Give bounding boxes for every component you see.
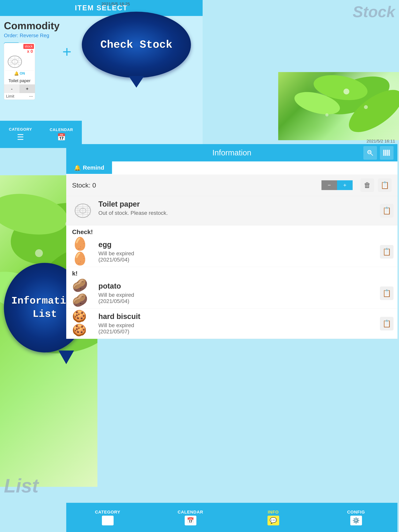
potato-action-button[interactable]: 📋 — [380, 286, 393, 300]
nav-calendar-label-top: CALENDAR — [50, 127, 73, 132]
leaves-svg — [278, 72, 399, 140]
info-item-biscuit: 🍪🍪 hard biscuit Will be expired (2021/05… — [66, 309, 398, 339]
alarm-label: 🔔 ON — [5, 70, 34, 76]
potato-status: Will be expired (2021/05/04) — [98, 292, 392, 304]
bell-icon: 🔔 — [74, 165, 81, 171]
nav-config[interactable]: CONFIG ⚙️ — [315, 503, 398, 532]
nav-category-label-info: CATEGORY — [95, 510, 120, 515]
egg-content: egg Will be expired (2021/05/04) — [98, 241, 392, 263]
info-header-title: Information — [212, 148, 251, 157]
toilet-paper-item-icon — [72, 200, 94, 222]
check-section-label: Check! — [66, 226, 398, 237]
nav-category-label-top: CATEGORY — [9, 127, 32, 132]
timestamp-top: 2021/5/5 18:25 — [101, 1, 130, 7]
svg-rect-36 — [389, 150, 390, 156]
toilet-paper-action-button[interactable]: 📋 — [380, 204, 393, 217]
stock-minus-button[interactable]: − — [322, 180, 337, 190]
svg-point-17 — [325, 113, 328, 116]
stock-plus-button[interactable]: + — [337, 180, 353, 190]
item-quantity-controls: - + — [4, 84, 35, 93]
stock-count-label: Stock: 0 — [72, 182, 322, 189]
limit-row: Limit --- — [4, 93, 35, 100]
biscuit-action-button[interactable]: 📋 — [380, 317, 393, 330]
egg-action-button[interactable]: 📋 — [380, 245, 393, 259]
biscuit-content: hard biscuit Will be expired (2021/05/07… — [98, 312, 392, 335]
toilet-paper-status: Out of stock. Please restock. — [98, 210, 392, 216]
item-name-label: Toilet paper — [4, 77, 35, 84]
stock-stepper: − + — [322, 180, 353, 190]
add-item-button[interactable]: + — [62, 43, 71, 61]
nav-calendar-info[interactable]: CALENDAR 📅 — [149, 503, 232, 532]
nav-config-label: CONFIG — [347, 510, 365, 515]
toilet-paper-icon — [5, 54, 25, 70]
nature-image-top — [278, 72, 399, 140]
stock-title: Stock — [353, 3, 395, 21]
potato-content: potato Will be expired (2021/05/04) — [98, 282, 392, 304]
calendar-icon-top: 📅 — [57, 133, 66, 141]
svg-point-15 — [343, 89, 349, 95]
check-stock-bubble: Check Stock — [82, 12, 191, 78]
toilet-paper-name: Toilet paper — [98, 200, 392, 208]
svg-rect-30 — [383, 150, 384, 156]
list-title: List — [4, 475, 39, 497]
bottom-nav-top: CATEGORY ☰ CALENDAR 📅 — [0, 121, 82, 148]
item-card-toilet-paper: stock x 0 🔔 ON Toilet paper - + — [4, 43, 35, 100]
calendar-icon-info: 📅 — [185, 516, 196, 525]
svg-rect-32 — [385, 150, 386, 156]
potato-icon: 🥔🥔 — [72, 282, 94, 303]
quantity-minus-button[interactable]: - — [4, 84, 19, 93]
delete-button[interactable]: 🗑 — [360, 178, 374, 192]
stock-count: x 0 — [5, 49, 34, 54]
barcode-icon[interactable] — [380, 146, 393, 160]
nav-info-label: INFO — [268, 510, 279, 515]
stock-badge: stock — [23, 44, 34, 49]
svg-rect-35 — [388, 150, 389, 156]
item-card-header: stock x 0 🔔 ON — [4, 43, 35, 77]
svg-rect-33 — [386, 150, 387, 156]
nav-info-active[interactable]: INFO 💬 — [232, 503, 315, 532]
quantity-plus-button[interactable]: + — [19, 84, 35, 93]
info-item-egg: 🥚🥚 egg Will be expired (2021/05/04) 📋 — [66, 237, 398, 267]
check-section-label-2: k! — [66, 267, 398, 278]
svg-point-16 — [364, 105, 368, 109]
remind-tab[interactable]: 🔔 Remind — [66, 161, 112, 174]
nav-category-info[interactable]: CATEGORY ☰ — [66, 503, 149, 532]
info-header: Information — [66, 144, 398, 161]
egg-name: egg — [98, 241, 392, 249]
search-filter-icon[interactable] — [363, 146, 377, 160]
info-panel: Information — [66, 144, 398, 339]
svg-point-23 — [35, 249, 43, 257]
nav-calendar-top[interactable]: CALENDAR 📅 — [41, 121, 82, 148]
limit-label: Limit — [6, 94, 14, 99]
info-header-icons — [363, 146, 393, 160]
biscuit-name: hard biscuit — [98, 312, 392, 321]
potato-name: potato — [98, 282, 392, 290]
info-icon: 💬 — [268, 516, 279, 525]
check-stock-text: Check Stock — [100, 38, 172, 51]
biscuit-status: Will be expired (2021/05/07) — [98, 322, 392, 335]
stock-row: Stock: 0 − + 🗑 📋 — [66, 174, 398, 196]
biscuit-icon: 🍪🍪 — [72, 312, 94, 334]
nav-category-top[interactable]: CATEGORY ☰ — [0, 121, 41, 148]
svg-line-27 — [371, 153, 373, 156]
category-icon-top: ☰ — [17, 133, 24, 142]
bottom-nav-info: CATEGORY ☰ CALENDAR 📅 INFO 💬 CONFIG ⚙️ — [66, 503, 398, 532]
svg-rect-31 — [384, 150, 385, 156]
timestamp-mid: 2021/5/2 16:11 — [367, 139, 395, 144]
limit-value: --- — [29, 94, 33, 99]
category-icon-info: ☰ — [102, 516, 114, 525]
nav-calendar-label-info: CALENDAR — [178, 510, 203, 515]
copy-button[interactable]: 📋 — [378, 178, 392, 192]
egg-status: Will be expired (2021/05/04) — [98, 250, 392, 263]
toilet-paper-content: Toilet paper Out of stock. Please restoc… — [98, 200, 392, 216]
egg-icon: 🥚🥚 — [72, 241, 94, 262]
action-icons: 🗑 📋 — [360, 178, 392, 192]
remind-label: Remind — [83, 164, 104, 171]
info-item-toilet-paper: Toilet paper Out of stock. Please restoc… — [66, 196, 398, 226]
svg-rect-34 — [387, 150, 388, 156]
toilet-paper-img-svg — [73, 203, 93, 218]
info-item-potato: 🥔🥔 potato Will be expired (2021/05/04) 📋 — [66, 278, 398, 309]
config-icon: ⚙️ — [350, 516, 362, 525]
